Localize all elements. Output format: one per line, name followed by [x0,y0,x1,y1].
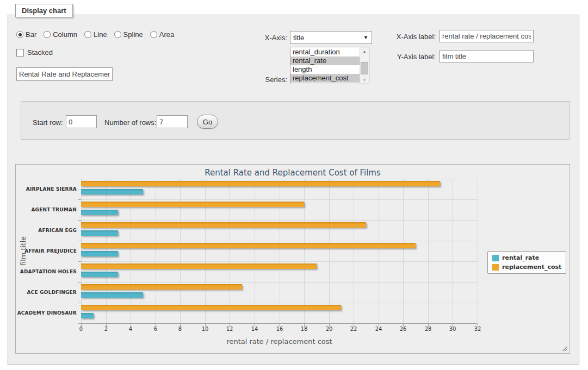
num-rows-input[interactable] [157,115,188,128]
gridline-vertical [156,179,156,323]
radio-icon[interactable] [16,31,23,38]
stacked-option[interactable]: Stacked [16,48,53,57]
radio-icon[interactable] [150,31,157,38]
x-axis-title: rental rate / replacement cost [81,337,478,346]
gridline-horizontal [81,179,478,179]
y-category-label: ACADEMY DINOSAUR [16,310,77,316]
bar-rental-rate-airplane-sierra[interactable] [81,189,143,195]
x-tick-label: 0 [71,326,91,332]
radio-label: Bar [26,30,36,39]
chart-title-input[interactable] [16,67,113,81]
bar-rental-rate-ace-goldfinger[interactable] [81,292,143,298]
legend-item-rental-rate[interactable]: rental_rate [492,254,561,261]
row-controls-box [21,101,570,140]
gridline-horizontal [81,220,478,221]
legend-swatch-icon [492,255,499,261]
legend-swatch-icon [492,264,499,271]
x-axis-select-value: title [293,34,304,42]
chart-type-radio-line[interactable]: Line [84,30,107,39]
bar-replacement-cost-ace-goldfinger[interactable] [81,284,242,290]
legend-label: rental_rate [502,254,539,261]
start-row-input[interactable] [66,115,97,128]
page: { "panel": { "legend": "Display chart" }… [0,0,588,370]
series-options: rental_durationrental_ratelengthreplacem… [290,47,360,84]
chart-plot-area [81,179,478,323]
go-button[interactable]: Go [197,115,218,129]
bar-rental-rate-academy-dinosaur[interactable] [81,313,94,318]
series-select-label: Series: [233,76,287,84]
bar-replacement-cost-agent-truman[interactable] [81,202,304,207]
bar-replacement-cost-african-egg[interactable] [81,222,366,228]
series-multiselect[interactable]: rental_durationrental_ratelengthreplacem… [290,47,369,84]
series-option-rental-duration[interactable]: rental_duration [290,48,360,57]
bar-replacement-cost-academy-dinosaur[interactable] [81,305,341,310]
y-axis-tick [78,303,81,303]
x-tick-label: 28 [418,326,438,332]
y-axis-label-input[interactable] [440,50,534,62]
bar-replacement-cost-adaptation-holes[interactable] [81,264,317,269]
scroll-up-icon[interactable]: ▲ [360,47,369,55]
bar-rental-rate-african-egg[interactable] [81,230,118,236]
x-tick-label: 10 [195,326,215,332]
bar-replacement-cost-affair-prejudice[interactable] [81,243,416,248]
series-option-rental-rate[interactable]: rental_rate [290,57,360,65]
gridline-vertical [304,179,305,323]
x-axis-label-input[interactable] [440,30,534,42]
x-tick-label: 4 [121,326,140,332]
gridline-vertical [478,179,478,323]
legend-label: replacement_cost [502,264,561,271]
y-axis-tick [78,282,81,283]
x-axis-select[interactable]: title ▼ [290,31,372,44]
bar-rental-rate-affair-prejudice[interactable] [81,251,118,256]
scroll-down-icon[interactable]: ▼ [360,76,369,84]
y-axis-tick [78,241,81,241]
chart-type-radio-area[interactable]: Area [150,30,174,39]
x-tick-label: 20 [319,326,339,332]
radio-label: Column [53,30,77,39]
x-tick-label: 8 [170,326,190,332]
stacked-checkbox[interactable] [16,49,24,57]
x-tick-label: 16 [270,326,289,332]
resize-handle-icon[interactable] [561,345,567,351]
chart-type-radio-group: BarColumnLineSplineArea [16,30,174,39]
x-tick-label: 14 [245,326,264,332]
radio-icon[interactable] [114,31,121,38]
radio-label: Area [159,30,174,39]
gridline-horizontal [81,199,478,200]
series-option-replacement-cost[interactable]: replacement_cost [290,74,360,83]
gridline-vertical [329,179,330,323]
y-axis-tick [78,179,81,179]
bar-rental-rate-agent-truman[interactable] [81,210,118,215]
gridline-horizontal [81,303,478,303]
series-scrollbar[interactable]: ▲ ▼ [360,47,369,84]
legend-item-replacement-cost[interactable]: replacement_cost [492,264,561,271]
gridline-horizontal [81,241,478,241]
gridline-vertical [205,179,206,323]
bar-rental-rate-adaptation-holes[interactable] [81,272,118,277]
panel-legend: Display chart [15,4,73,17]
x-axis-tick-labels: 02468101214161820222426283032 [81,326,478,334]
gridline-vertical [280,179,280,323]
gridline-vertical [230,179,230,323]
series-option-length[interactable]: length [290,65,360,74]
chart-panel: Rental Rate and Replacement Cost of Film… [15,164,570,354]
y-category-label: AGENT TRUMAN [16,206,77,213]
gridline-vertical [428,179,429,323]
chart-type-radio-spline[interactable]: Spline [114,30,143,39]
chart-type-radio-column[interactable]: Column [44,30,77,39]
chart-title: Rental Rate and Replacement Cost of Film… [16,168,570,178]
radio-icon[interactable] [84,31,91,38]
chart-legend: rental_ratereplacement_cost [487,251,566,274]
radio-icon[interactable] [44,31,51,38]
bar-replacement-cost-airplane-sierra[interactable] [81,181,440,186]
x-axis-line [81,323,478,324]
gridline-vertical [453,179,453,323]
radio-label: Spline [123,30,143,39]
scrollbar-thumb[interactable] [361,62,368,74]
x-tick-label: 12 [220,326,239,332]
x-tick-label: 26 [393,326,413,332]
x-tick-label: 6 [146,326,165,332]
x-tick-label: 24 [369,326,388,332]
y-axis-title: film title [19,218,28,284]
chart-type-radio-bar[interactable]: Bar [16,30,36,39]
